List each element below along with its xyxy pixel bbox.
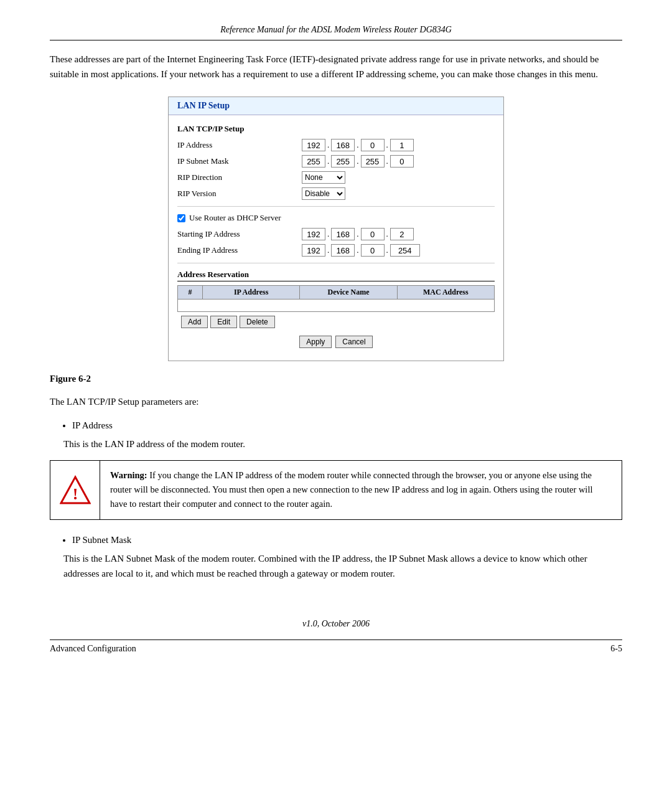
subnet-mask-label: IP Subnet Mask (177, 156, 302, 166)
starting-dot-3: . (386, 229, 389, 239)
apply-cancel-buttons: Apply Cancel (177, 336, 495, 352)
subnet-mask-fields: . . . (302, 155, 414, 168)
ending-ip-label: Ending IP Address (177, 245, 302, 255)
subnet-octet-2[interactable] (331, 155, 355, 168)
ending-ip-octet-2[interactable] (331, 244, 355, 257)
starting-ip-octet-3[interactable] (361, 228, 385, 240)
ip-octet-1[interactable] (302, 139, 325, 151)
dhcp-checkbox-row: Use Router as DHCP Server (177, 213, 495, 223)
footer-right: 6-5 (610, 644, 622, 654)
ending-ip-row: Ending IP Address . . . (177, 244, 495, 257)
divider-1 (177, 206, 495, 207)
ending-ip-octet-4[interactable] (390, 244, 420, 257)
ip-octet-3[interactable] (361, 139, 385, 151)
rip-version-select[interactable]: Disable RIP-1 RIP-2 (302, 187, 345, 200)
add-button[interactable]: Add (181, 316, 208, 328)
svg-text:!: ! (72, 485, 78, 503)
rip-direction-select[interactable]: None Both In Only Out Only (302, 171, 345, 184)
delete-button[interactable]: Delete (240, 316, 275, 328)
warning-text-cell: Warning: If you change the LAN IP addres… (100, 461, 622, 519)
lan-panel-title: LAN IP Setup (169, 97, 503, 115)
body-text: The LAN TCP/IP Setup parameters are: (50, 394, 622, 409)
header-title: Reference Manual for the ADSL Modem Wire… (220, 25, 452, 34)
reservation-table-body (177, 300, 495, 312)
figure-label: Figure 6-2 (50, 374, 622, 384)
col-device-name: Device Name (300, 286, 397, 299)
bullet-item-2: IP Subnet Mask (72, 532, 622, 547)
warning-text: If you change the LAN IP address of the … (110, 470, 592, 509)
apply-button[interactable]: Apply (299, 336, 332, 348)
subnet-dot-3: . (386, 156, 389, 166)
ending-ip-octet-1[interactable] (302, 244, 325, 257)
address-reservation-label: Address Reservation (177, 270, 495, 281)
ip-address-fields: . . . (302, 139, 414, 151)
ending-ip-octet-3[interactable] (361, 244, 385, 257)
starting-ip-fields: . . . (302, 228, 414, 240)
dhcp-checkbox-label: Use Router as DHCP Server (189, 213, 281, 223)
bullet-1-body: This is the LAN IP address of the modem … (63, 437, 622, 451)
ip-dot-3: . (386, 140, 389, 150)
bullet-item-1: IP Address (72, 418, 622, 433)
col-mac-address: MAC Address (398, 286, 494, 299)
ending-ip-fields: . . . (302, 244, 420, 257)
starting-ip-label: Starting IP Address (177, 229, 302, 239)
subnet-dot-1: . (327, 156, 330, 166)
footer-version: v1.0, October 2006 (302, 619, 370, 628)
cancel-button[interactable]: Cancel (335, 336, 372, 348)
tcp-ip-section-label: LAN TCP/IP Setup (177, 124, 495, 134)
lan-ip-setup-panel: LAN IP Setup LAN TCP/IP Setup IP Address… (168, 97, 504, 361)
rip-direction-row: RIP Direction None Both In Only Out Only (177, 171, 495, 184)
lan-panel-body: LAN TCP/IP Setup IP Address . . . IP Sub… (169, 115, 503, 361)
warning-icon-cell: ! (50, 461, 100, 519)
warning-box: ! Warning: If you change the LAN IP addr… (50, 460, 622, 520)
ip-dot-2: . (356, 140, 359, 150)
page-header: Reference Manual for the ADSL Modem Wire… (50, 25, 622, 40)
address-reservation-section: Address Reservation # IP Address Device … (177, 270, 495, 328)
warning-label: Warning: (110, 470, 147, 480)
divider-2 (177, 263, 495, 263)
starting-dot-2: . (356, 229, 359, 239)
subnet-dot-2: . (356, 156, 359, 166)
rip-version-label: RIP Version (177, 189, 302, 199)
starting-dot-1: . (327, 229, 330, 239)
subnet-octet-1[interactable] (302, 155, 325, 168)
reservation-table-header: # IP Address Device Name MAC Address (177, 285, 495, 300)
col-hash: # (178, 286, 203, 299)
ip-address-label: IP Address (177, 140, 302, 150)
bullet-2-title: IP Subnet Mask (72, 535, 131, 545)
ip-octet-4[interactable] (390, 139, 414, 151)
ending-dot-2: . (356, 245, 359, 255)
edit-button[interactable]: Edit (210, 316, 237, 328)
warning-triangle-icon: ! (60, 474, 91, 506)
bullet-2-body: This is the LAN Subnet Mask of the modem… (63, 551, 622, 581)
starting-ip-octet-2[interactable] (331, 228, 355, 240)
intro-paragraph: These addresses are part of the Internet… (50, 52, 622, 82)
dhcp-checkbox[interactable] (177, 214, 185, 222)
ending-dot-1: . (327, 245, 330, 255)
ip-address-row: IP Address . . . (177, 139, 495, 151)
action-buttons: Add Edit Delete (177, 316, 495, 328)
starting-ip-octet-4[interactable] (390, 228, 414, 240)
subnet-octet-4[interactable] (390, 155, 414, 168)
subnet-octet-3[interactable] (361, 155, 385, 168)
starting-ip-row: Starting IP Address . . . (177, 228, 495, 240)
rip-direction-label: RIP Direction (177, 172, 302, 182)
page-footer: Advanced Configuration 6-5 (50, 639, 622, 654)
ip-dot-1: . (327, 140, 330, 150)
ending-dot-3: . (386, 245, 389, 255)
ip-octet-2[interactable] (331, 139, 355, 151)
footer-left: Advanced Configuration (50, 644, 136, 654)
subnet-mask-row: IP Subnet Mask . . . (177, 155, 495, 168)
bullet-1-title: IP Address (72, 420, 113, 430)
rip-version-row: RIP Version Disable RIP-1 RIP-2 (177, 187, 495, 200)
starting-ip-octet-1[interactable] (302, 228, 325, 240)
col-ip-address: IP Address (203, 286, 300, 299)
